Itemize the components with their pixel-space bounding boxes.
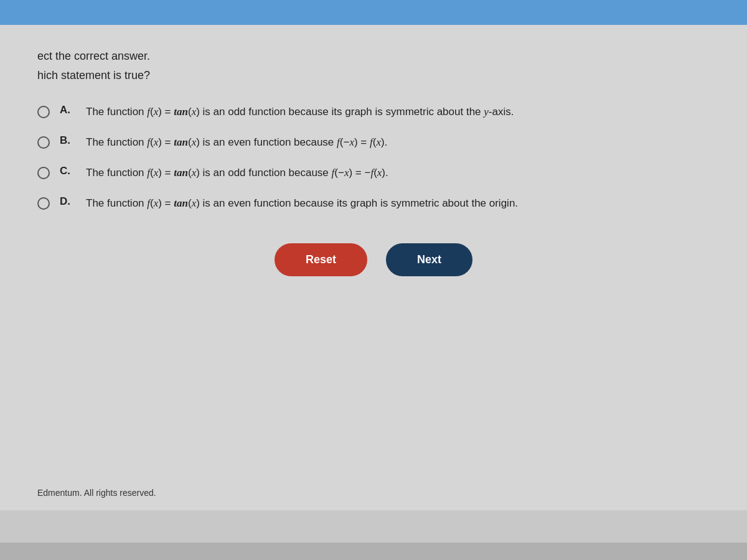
reset-button[interactable]: Reset xyxy=(275,243,367,276)
radio-b[interactable] xyxy=(37,136,50,151)
main-content: ect the correct answer. hich statement i… xyxy=(0,25,747,510)
footer: Edmentum. All rights reserved. xyxy=(37,488,156,498)
option-c-text: The function f(x) = tan(x) is an odd fun… xyxy=(86,165,388,181)
option-c-label: C. xyxy=(60,165,78,177)
radio-circle-b xyxy=(37,136,50,149)
option-a-text: The function f(x) = tan(x) is an odd fun… xyxy=(86,104,514,120)
radio-circle-c xyxy=(37,167,50,179)
option-b-label: B. xyxy=(60,134,78,147)
option-d-label: D. xyxy=(60,195,78,208)
option-d-row[interactable]: D. The function f(x) = tan(x) is an even… xyxy=(37,195,710,212)
option-a-label: A. xyxy=(60,104,78,116)
footer-text: Edmentum. All rights reserved. xyxy=(37,488,156,498)
radio-d[interactable] xyxy=(37,197,50,212)
top-bar xyxy=(0,0,747,25)
option-a-row[interactable]: A. The function f(x) = tan(x) is an odd … xyxy=(37,104,710,121)
radio-c[interactable] xyxy=(37,167,50,182)
question-text: hich statement is true? xyxy=(37,69,710,82)
next-button[interactable]: Next xyxy=(386,243,472,276)
option-c-row[interactable]: C. The function f(x) = tan(x) is an odd … xyxy=(37,165,710,182)
instruction-text: ect the correct answer. xyxy=(37,50,710,63)
radio-circle-d xyxy=(37,197,50,210)
radio-a[interactable] xyxy=(37,106,50,121)
radio-circle-a xyxy=(37,106,50,118)
option-b-text: The function f(x) = tan(x) is an even fu… xyxy=(86,134,387,151)
option-d-text: The function f(x) = tan(x) is an even fu… xyxy=(86,195,518,212)
option-b-row[interactable]: B. The function f(x) = tan(x) is an even… xyxy=(37,134,710,151)
bottom-bar xyxy=(0,543,747,560)
options-container: A. The function f(x) = tan(x) is an odd … xyxy=(37,104,710,212)
buttons-row: Reset Next xyxy=(37,243,710,276)
